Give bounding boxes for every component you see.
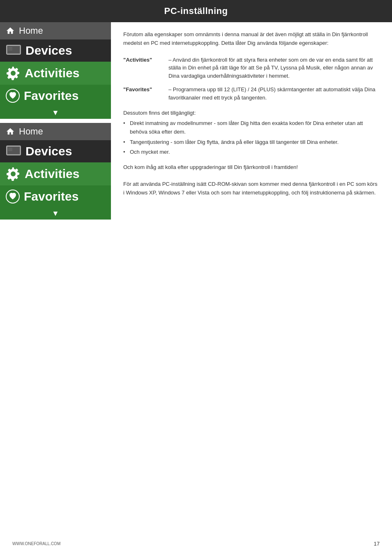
sidebar-item-activities-2-label: Activities — [25, 167, 79, 181]
activities-icon — [6, 66, 21, 81]
sidebar-item-favorites-1-label: Favorites — [24, 89, 78, 103]
svg-rect-2 — [8, 47, 12, 48]
footer-page-number: 17 — [374, 541, 380, 547]
sidebar-item-home-1-label: Home — [19, 25, 43, 36]
sidebar-item-home-2[interactable]: Home — [0, 123, 111, 140]
page-header: PC-inställning — [0, 0, 392, 22]
home-icon — [6, 26, 15, 35]
activities-icon-2 — [6, 166, 21, 181]
feature-row-activities: "Activities" – Använd din fjärrkontroll … — [123, 56, 380, 80]
scroll-arrow-2[interactable]: ▼ — [0, 208, 111, 220]
devices-icon — [6, 44, 21, 57]
sidebar-item-favorites-1[interactable]: Favorites — [0, 85, 111, 107]
sidebar-item-devices-1-label: Devices — [25, 44, 72, 58]
feature-row-favorites: "Favorites" – Programmera upp till 12 (L… — [123, 86, 380, 102]
svg-rect-10 — [8, 148, 12, 148]
page-footer: WWW.ONEFORALL.COM 17 — [0, 541, 392, 547]
feature-term-favorites: "Favorites" — [123, 86, 168, 102]
intro-text: Förutom alla egenskaper som omnämnts i d… — [123, 30, 380, 48]
sidebar-item-devices-2-label: Devices — [25, 144, 72, 158]
svg-point-14 — [11, 171, 16, 176]
sidebar-section-2: Home Devices — [0, 123, 111, 220]
sidebar-item-home-1[interactable]: Home — [0, 22, 111, 39]
bullet-item-1: Direkt inmatning av modellnummer - som l… — [123, 119, 380, 136]
sidebar: Home Devices — [0, 22, 111, 224]
favorites-icon-2 — [6, 190, 20, 204]
sidebar-item-activities-2[interactable]: Activities — [0, 162, 111, 185]
feature-table: "Activities" – Använd din fjärrkontroll … — [123, 56, 380, 102]
svg-rect-12 — [8, 150, 12, 151]
bullet-item-3: Och mycket mer. — [123, 148, 380, 157]
svg-point-6 — [11, 71, 16, 76]
instruction-text: För att använda PC-inställning isätt CD-… — [123, 180, 380, 197]
sidebar-item-favorites-2[interactable]: Favorites — [0, 185, 111, 208]
main-content: Förutom alla egenskaper som omnämnts i d… — [111, 22, 392, 224]
feature-term-activities: "Activities" — [123, 56, 168, 80]
page-title: PC-inställning — [164, 6, 228, 16]
footer-url: WWW.ONEFORALL.COM — [12, 541, 60, 546]
bullet-list: Direkt inmatning av modellnummer - som l… — [123, 119, 380, 157]
home-icon-2 — [6, 127, 15, 136]
sidebar-item-favorites-2-label: Favorites — [24, 190, 78, 204]
svg-rect-3 — [8, 49, 12, 49]
sidebar-item-home-2-label: Home — [19, 126, 43, 137]
sidebar-item-devices-1[interactable]: Devices — [0, 39, 111, 62]
sidebar-section-1: Home Devices — [0, 22, 111, 119]
also-available-label: Dessutom finns det tillgängligt: — [123, 110, 380, 116]
svg-rect-11 — [8, 149, 12, 150]
sidebar-item-devices-2[interactable]: Devices — [0, 140, 111, 162]
bullet-item-2: Tangentjustering - som låter Dig flytta,… — [123, 138, 380, 147]
feature-desc-activities: – Använd din fjärrkontroll för att styra… — [168, 56, 380, 80]
sidebar-item-activities-1[interactable]: Activities — [0, 62, 111, 85]
feature-desc-favorites: – Programmera upp till 12 (LITE) / 24 (P… — [168, 86, 380, 102]
sidebar-item-activities-1-label: Activities — [25, 66, 79, 80]
favorites-icon — [6, 89, 20, 103]
scroll-arrow-1[interactable]: ▼ — [0, 107, 111, 119]
svg-rect-4 — [8, 50, 12, 50]
devices-icon-2 — [6, 145, 21, 158]
closing-text: Och kom ihåg att kolla efter uppgraderin… — [123, 163, 380, 172]
